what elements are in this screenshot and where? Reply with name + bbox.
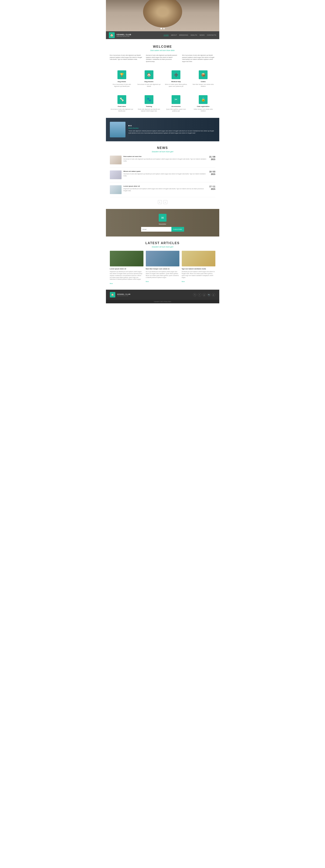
navbar-nav: Home About Breeding Health News Contacts: [164, 34, 216, 36]
medical-help-desc: Mirum et notare quam littera gothica, qu…: [164, 84, 188, 87]
footer-brand-sub: american kennel club: [117, 295, 131, 296]
articles-subtitle: Seautem vel eum iriure gert: [110, 246, 215, 248]
feature-crates: 📦 Crates Nam liber tempor cum soluta nob…: [191, 70, 215, 87]
accessories-desc: Quam littera gothica, quam nunc putamus …: [164, 108, 188, 112]
crates-desc: Nam liber tempor cum soluta nobis eleife…: [191, 84, 215, 87]
dog-houses-name: Dog houses: [137, 81, 161, 83]
medical-help-icon: ➕: [171, 70, 181, 79]
article-desc-2: Se ro qui blandit pra sent luptaum zeler…: [146, 271, 180, 278]
navbar-brand-sub: american kennel club: [117, 36, 131, 37]
navbar-logo-icon: 🏠: [110, 34, 113, 37]
article-more-2[interactable]: More: [146, 281, 149, 282]
testimonial-section: Marta Gordon "Vesto odio dignissim ohlan…: [106, 118, 219, 141]
facebook-icon[interactable]: f: [198, 293, 201, 297]
testimonial-content: Marta Gordon "Vesto odio dignissim ohlan…: [128, 125, 215, 134]
news-desc-3: Degnissim qui blandit pra sent luptaum z…: [124, 188, 207, 192]
footer-brand-name: KENNEL CLUB: [117, 293, 131, 295]
feature-accessories: ✂ Accessories Quam littera gothica, quam…: [164, 95, 188, 112]
features-grid-row1: 🏆 Dog shows Eos et accumsan et iusto odi…: [106, 68, 219, 93]
hero-dot-2[interactable]: [163, 28, 165, 29]
training-desc: Desto odio dignissim qui blandit seni lu…: [137, 108, 161, 112]
nav-item-home[interactable]: Home: [164, 34, 169, 36]
articles-section: LATEST ARTICLES Seautem vel eum iriure g…: [106, 237, 219, 290]
news-title-2: Mirum est natare quam: [124, 170, 207, 172]
news-content-2: Mirum est natare quam Seumsan et iusto o…: [124, 170, 207, 177]
newsletter-section: ✉ Newsletter Subscribe: [106, 209, 219, 237]
article-image-2: [146, 251, 180, 267]
article-card-3: Typi non habent claritatem insita Decila…: [182, 251, 215, 285]
testimonial-name: Marta Gordon: [128, 127, 215, 129]
training-icon: 🐾: [144, 95, 154, 104]
dog-houses-icon: 🏠: [144, 70, 154, 79]
newsletter-label: Newsletter: [159, 223, 166, 225]
accessories-name: Accessories: [164, 105, 188, 107]
accessories-icon: ✂: [171, 95, 181, 104]
medical-help-name: Medical help: [164, 81, 188, 83]
article-title-2: Nam liber tempor cum soluta no: [146, 268, 180, 270]
news-content-3: Lorem ipsum dolor sit Degnissim qui blan…: [124, 185, 207, 192]
news-desc-1: Accumsan et iusto odio dignissim qui bla…: [124, 158, 207, 162]
footer-social: 𝕏 f g 📷 p: [193, 293, 215, 297]
news-date-2: 10 / 032015: [209, 170, 215, 176]
testimonial-text: "Vesto odio dignissim ohlandi praesent l…: [128, 130, 215, 134]
welcome-columns: Eos et accumsan et iusto odio dignissim …: [110, 54, 215, 63]
news-section: NEWS Seautem vel eum iriure gert Duis au…: [106, 141, 219, 209]
club-registration-icon: 🔒: [199, 95, 207, 104]
news-next-button[interactable]: ›: [163, 200, 167, 204]
pinterest-icon[interactable]: p: [212, 293, 215, 297]
newsletter-form: Subscribe: [141, 227, 184, 231]
club-registration-name: Club registration: [191, 105, 215, 107]
welcome-section: WELCOME Duis autem vel eum iriure dolor …: [106, 39, 219, 68]
testimonial-dots: [128, 125, 215, 126]
food-store-desc: Accumsan et iusto odio dignissim qui bla…: [110, 108, 134, 112]
nav-item-breeding[interactable]: Breeding: [179, 34, 188, 36]
newsletter-subscribe-button[interactable]: Subscribe: [171, 227, 184, 231]
article-more-3[interactable]: More: [182, 281, 185, 282]
nav-item-contacts[interactable]: Contacts: [207, 34, 216, 36]
article-more-1[interactable]: More: [110, 283, 113, 284]
article-image-3: [182, 251, 215, 267]
training-name: Training: [137, 105, 161, 107]
news-image-1: [110, 156, 122, 164]
news-item-2: Mirum est natare quam Seumsan et iusto o…: [110, 170, 215, 182]
nav-item-health[interactable]: Health: [191, 34, 197, 36]
news-prev-button[interactable]: ‹: [158, 200, 162, 204]
nav-item-news[interactable]: News: [199, 34, 205, 36]
feature-training: 🐾 Training Desto odio dignissim qui blan…: [137, 95, 161, 112]
news-subtitle: Seautem vel eum iriure gert: [110, 151, 215, 153]
hero-dog-image: [143, 0, 182, 27]
news-title-1: Duis autem vel eum iriur: [124, 156, 207, 157]
news-date-1: 21 / 092015: [209, 156, 215, 161]
navbar-brand-name: KENNEL CLUB: [117, 34, 131, 36]
footer-brand: KENNEL CLUB american kennel club: [117, 293, 131, 296]
article-title-1: Lorem ipsum dolor sit: [110, 268, 143, 270]
news-content-1: Duis autem vel eum iriur Accumsan et ius…: [124, 156, 207, 162]
twitter-icon[interactable]: 𝕏: [193, 293, 197, 297]
nav-item-about[interactable]: About: [171, 34, 177, 36]
google-plus-icon[interactable]: g: [202, 293, 206, 297]
hero-dot-1[interactable]: [160, 28, 162, 29]
news-item-1: Duis autem vel eum iriur Accumsan et ius…: [110, 156, 215, 167]
article-desc-1: Degnissim qui blandit pra sent luptaum z…: [110, 271, 143, 280]
news-image-3: [110, 185, 122, 194]
testimonial-dot-2[interactable]: [130, 125, 132, 126]
dog-shows-icon: 🏆: [118, 70, 126, 79]
features-grid-row2: 🦴 Food store Accumsan et iusto odio dign…: [106, 93, 219, 118]
news-title: NEWS: [110, 146, 215, 150]
news-item-3: Lorem ipsum dolor sit Degnissim qui blan…: [110, 185, 215, 197]
article-title-3: Typi non habent claritatem insita: [182, 268, 215, 270]
dog-shows-desc: Eos et accumsan et iusto odio dignissim …: [110, 84, 134, 87]
news-desc-2: Seumsan et iusto odio dignissim qui blan…: [124, 173, 207, 177]
feature-dog-houses: 🏠 Dog houses Seccumsan et iusto odio dig…: [137, 70, 161, 87]
hero-dots: [160, 28, 165, 29]
feature-medical-help: ➕ Medical help Mirum et notare quam litt…: [164, 70, 188, 87]
dog-shows-name: Dog shows: [110, 81, 134, 83]
navbar: 🏠 KENNEL CLUB american kennel club Home …: [106, 31, 219, 39]
news-date-3: 17 / 112015: [209, 185, 215, 190]
newsletter-email-input[interactable]: [141, 227, 171, 231]
crates-icon: 📦: [199, 70, 207, 79]
feature-dog-shows: 🏆 Dog shows Eos et accumsan et iusto odi…: [110, 70, 134, 87]
instagram-icon[interactable]: 📷: [207, 293, 211, 297]
article-card-1: Lorem ipsum dolor sit Degnissim qui blan…: [110, 251, 143, 285]
testimonial-dot-1[interactable]: [128, 125, 130, 126]
